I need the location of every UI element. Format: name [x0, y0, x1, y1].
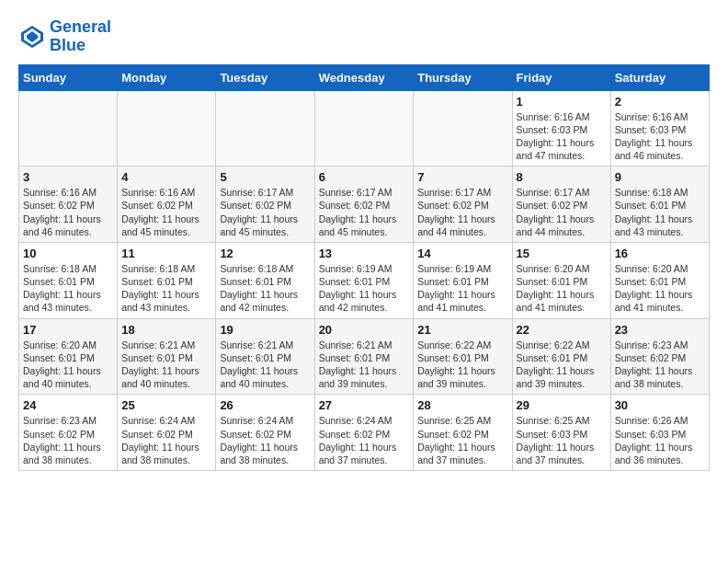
day-info: Sunrise: 6:18 AMSunset: 6:01 PMDaylight:… — [23, 262, 113, 315]
day-number: 13 — [319, 247, 410, 260]
day-info: Sunrise: 6:17 AMSunset: 6:02 PMDaylight:… — [220, 186, 310, 238]
calendar-table: SundayMondayTuesdayWednesdayThursdayFrid… — [18, 64, 710, 471]
day-info: Sunrise: 6:16 AMSunset: 6:03 PMDaylight:… — [517, 110, 607, 163]
calendar-cell: 14Sunrise: 6:19 AMSunset: 6:01 PMDayligh… — [414, 242, 512, 318]
day-info: Sunrise: 6:25 AMSunset: 6:03 PMDaylight:… — [517, 414, 607, 466]
calendar-cell — [118, 90, 216, 167]
calendar-cell: 2Sunrise: 6:16 AMSunset: 6:03 PMDaylight… — [610, 90, 709, 167]
calendar-cell: 17Sunrise: 6:20 AMSunset: 6:01 PMDayligh… — [19, 318, 118, 395]
day-number: 27 — [319, 398, 410, 412]
day-info: Sunrise: 6:16 AMSunset: 6:02 PMDaylight:… — [121, 186, 211, 238]
day-number: 25 — [121, 398, 211, 412]
column-header-tuesday: Tuesday — [216, 64, 314, 90]
column-header-monday: Monday — [118, 64, 216, 90]
calendar-week-3: 10Sunrise: 6:18 AMSunset: 6:01 PMDayligh… — [19, 242, 710, 318]
column-header-wednesday: Wednesday — [314, 64, 414, 90]
calendar-cell: 30Sunrise: 6:26 AMSunset: 6:03 PMDayligh… — [610, 395, 709, 471]
day-info: Sunrise: 6:25 AMSunset: 6:02 PMDaylight:… — [417, 414, 507, 466]
logo-text: General Blue — [50, 18, 111, 55]
day-number: 16 — [615, 247, 705, 260]
column-header-saturday: Saturday — [610, 64, 709, 90]
day-number: 2 — [615, 95, 705, 109]
day-info: Sunrise: 6:24 AMSunset: 6:02 PMDaylight:… — [319, 414, 410, 466]
day-number: 1 — [517, 95, 607, 109]
page-header: General Blue — [18, 18, 710, 55]
calendar-cell — [216, 90, 314, 167]
calendar-cell: 29Sunrise: 6:25 AMSunset: 6:03 PMDayligh… — [512, 395, 610, 471]
day-number: 4 — [121, 170, 211, 184]
day-info: Sunrise: 6:17 AMSunset: 6:02 PMDaylight:… — [517, 186, 607, 238]
day-number: 5 — [220, 170, 310, 184]
day-number: 14 — [417, 247, 507, 260]
day-info: Sunrise: 6:19 AMSunset: 6:01 PMDaylight:… — [417, 262, 507, 315]
day-number: 12 — [220, 247, 310, 260]
day-number: 28 — [417, 398, 507, 412]
day-info: Sunrise: 6:17 AMSunset: 6:02 PMDaylight:… — [417, 186, 507, 238]
calendar-cell: 26Sunrise: 6:24 AMSunset: 6:02 PMDayligh… — [216, 395, 314, 471]
calendar-cell: 21Sunrise: 6:22 AMSunset: 6:01 PMDayligh… — [414, 318, 512, 395]
day-info: Sunrise: 6:18 AMSunset: 6:01 PMDaylight:… — [615, 186, 705, 238]
day-info: Sunrise: 6:17 AMSunset: 6:02 PMDaylight:… — [319, 186, 410, 238]
calendar-cell: 4Sunrise: 6:16 AMSunset: 6:02 PMDaylight… — [118, 167, 216, 243]
day-number: 18 — [121, 323, 211, 337]
calendar-cell: 27Sunrise: 6:24 AMSunset: 6:02 PMDayligh… — [314, 395, 414, 471]
calendar-cell: 10Sunrise: 6:18 AMSunset: 6:01 PMDayligh… — [19, 242, 118, 318]
day-info: Sunrise: 6:20 AMSunset: 6:01 PMDaylight:… — [23, 339, 113, 391]
day-number: 22 — [517, 323, 607, 337]
calendar-week-5: 24Sunrise: 6:23 AMSunset: 6:02 PMDayligh… — [19, 395, 710, 471]
calendar-cell: 23Sunrise: 6:23 AMSunset: 6:02 PMDayligh… — [610, 318, 709, 395]
day-info: Sunrise: 6:22 AMSunset: 6:01 PMDaylight:… — [517, 339, 607, 391]
calendar-cell: 9Sunrise: 6:18 AMSunset: 6:01 PMDaylight… — [610, 167, 709, 243]
day-number: 30 — [615, 398, 705, 412]
day-number: 21 — [417, 323, 507, 337]
calendar-cell: 3Sunrise: 6:16 AMSunset: 6:02 PMDaylight… — [19, 167, 118, 243]
calendar-cell: 19Sunrise: 6:21 AMSunset: 6:01 PMDayligh… — [216, 318, 314, 395]
day-number: 19 — [220, 323, 310, 337]
calendar-cell: 12Sunrise: 6:18 AMSunset: 6:01 PMDayligh… — [216, 242, 314, 318]
calendar-cell: 11Sunrise: 6:18 AMSunset: 6:01 PMDayligh… — [118, 242, 216, 318]
calendar-cell: 8Sunrise: 6:17 AMSunset: 6:02 PMDaylight… — [512, 167, 610, 243]
day-info: Sunrise: 6:19 AMSunset: 6:01 PMDaylight:… — [319, 262, 410, 315]
day-number: 17 — [23, 323, 113, 337]
day-info: Sunrise: 6:24 AMSunset: 6:02 PMDaylight:… — [121, 414, 211, 466]
calendar-cell: 18Sunrise: 6:21 AMSunset: 6:01 PMDayligh… — [118, 318, 216, 395]
calendar-week-2: 3Sunrise: 6:16 AMSunset: 6:02 PMDaylight… — [19, 167, 710, 243]
day-info: Sunrise: 6:24 AMSunset: 6:02 PMDaylight:… — [220, 414, 310, 466]
logo-icon — [18, 23, 46, 51]
day-info: Sunrise: 6:18 AMSunset: 6:01 PMDaylight:… — [121, 262, 211, 315]
day-info: Sunrise: 6:21 AMSunset: 6:01 PMDaylight:… — [319, 339, 410, 391]
day-number: 24 — [23, 398, 113, 412]
logo: General Blue — [18, 18, 111, 55]
column-header-sunday: Sunday — [19, 64, 118, 90]
day-info: Sunrise: 6:18 AMSunset: 6:01 PMDaylight:… — [220, 262, 310, 315]
calendar-header-row: SundayMondayTuesdayWednesdayThursdayFrid… — [19, 64, 710, 90]
day-info: Sunrise: 6:20 AMSunset: 6:01 PMDaylight:… — [517, 262, 607, 315]
day-number: 29 — [517, 398, 607, 412]
calendar-cell — [19, 90, 118, 167]
calendar-cell: 5Sunrise: 6:17 AMSunset: 6:02 PMDaylight… — [216, 167, 314, 243]
calendar-cell: 1Sunrise: 6:16 AMSunset: 6:03 PMDaylight… — [512, 90, 610, 167]
day-info: Sunrise: 6:21 AMSunset: 6:01 PMDaylight:… — [121, 339, 211, 391]
calendar-cell: 20Sunrise: 6:21 AMSunset: 6:01 PMDayligh… — [314, 318, 414, 395]
calendar-cell — [314, 90, 414, 167]
calendar-cell: 7Sunrise: 6:17 AMSunset: 6:02 PMDaylight… — [414, 167, 512, 243]
calendar-cell: 22Sunrise: 6:22 AMSunset: 6:01 PMDayligh… — [512, 318, 610, 395]
column-header-friday: Friday — [512, 64, 610, 90]
day-info: Sunrise: 6:16 AMSunset: 6:03 PMDaylight:… — [615, 110, 705, 163]
day-number: 8 — [517, 170, 607, 184]
day-number: 3 — [23, 170, 113, 184]
day-info: Sunrise: 6:22 AMSunset: 6:01 PMDaylight:… — [417, 339, 507, 391]
day-number: 23 — [615, 323, 705, 337]
day-info: Sunrise: 6:23 AMSunset: 6:02 PMDaylight:… — [615, 339, 705, 391]
column-header-thursday: Thursday — [414, 64, 512, 90]
calendar-cell: 15Sunrise: 6:20 AMSunset: 6:01 PMDayligh… — [512, 242, 610, 318]
day-info: Sunrise: 6:21 AMSunset: 6:01 PMDaylight:… — [220, 339, 310, 391]
day-info: Sunrise: 6:26 AMSunset: 6:03 PMDaylight:… — [615, 414, 705, 466]
day-info: Sunrise: 6:20 AMSunset: 6:01 PMDaylight:… — [615, 262, 705, 315]
calendar-cell: 6Sunrise: 6:17 AMSunset: 6:02 PMDaylight… — [314, 167, 414, 243]
calendar-cell: 16Sunrise: 6:20 AMSunset: 6:01 PMDayligh… — [610, 242, 709, 318]
calendar-cell: 13Sunrise: 6:19 AMSunset: 6:01 PMDayligh… — [314, 242, 414, 318]
day-number: 11 — [121, 247, 211, 260]
day-number: 9 — [615, 170, 705, 184]
calendar-cell: 24Sunrise: 6:23 AMSunset: 6:02 PMDayligh… — [19, 395, 118, 471]
